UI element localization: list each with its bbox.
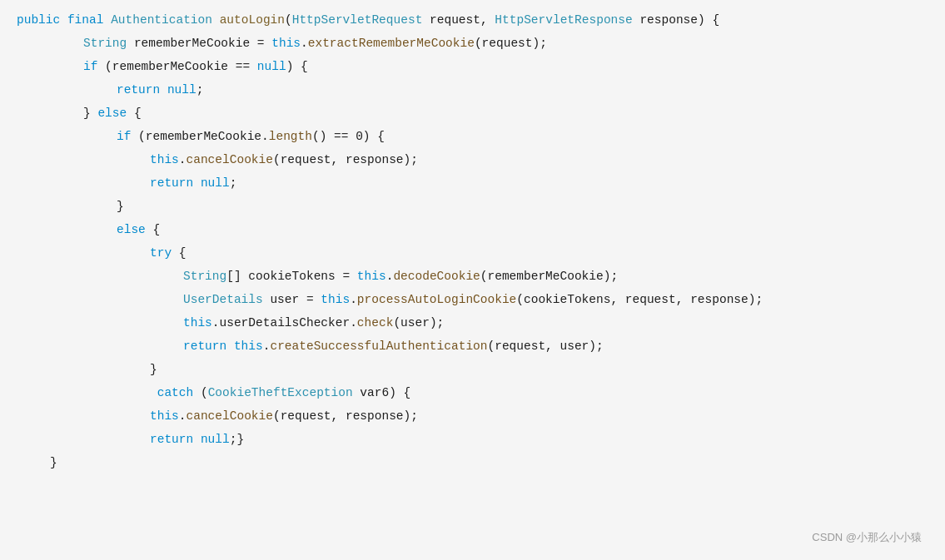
code-line: String rememberMeCookie = this.extractRe… — [0, 33, 945, 57]
code-line: return null; — [0, 173, 945, 196]
code-block: public final Authentication autoLogin(Ht… — [0, 10, 945, 476]
code-line: String[] cookieTokens = this.decodeCooki… — [0, 266, 945, 290]
code-line: } — [0, 453, 945, 476]
code-line: catch (CookieTheftException var6) { — [0, 383, 945, 406]
code-line: return null;} — [0, 429, 945, 453]
code-line: else { — [0, 220, 945, 243]
code-line: } else { — [0, 103, 945, 126]
code-line: } — [0, 196, 945, 220]
code-line: this.cancelCookie(request, response); — [0, 406, 945, 429]
code-line: } — [0, 359, 945, 383]
code-line: this.userDetailsChecker.check(user); — [0, 313, 945, 336]
code-container: public final Authentication autoLogin(Ht… — [0, 0, 945, 560]
code-line: UserDetails user = this.processAutoLogin… — [0, 290, 945, 313]
code-line: return null; — [0, 80, 945, 103]
code-line: this.cancelCookie(request, response); — [0, 150, 945, 173]
code-line: try { — [0, 243, 945, 266]
watermark: CSDN @小那么小小猿 — [812, 530, 922, 545]
code-line: if (rememberMeCookie == null) { — [0, 57, 945, 80]
code-line: return this.createSuccessfulAuthenticati… — [0, 336, 945, 359]
code-line: if (rememberMeCookie.length() == 0) { — [0, 126, 945, 150]
code-line: public final Authentication autoLogin(Ht… — [0, 10, 945, 33]
